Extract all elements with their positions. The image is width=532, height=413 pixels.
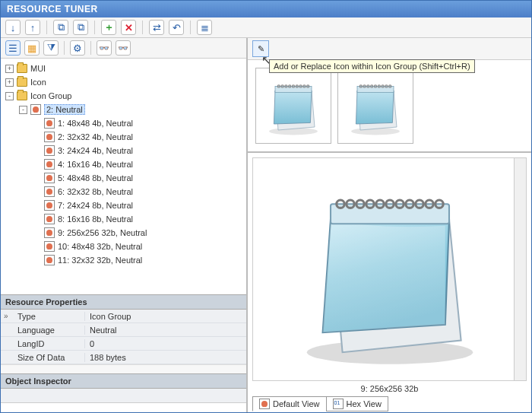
- find-next-button[interactable]: 👓: [116, 40, 131, 56]
- notepad-icon: [291, 170, 489, 368]
- tree-item[interactable]: 2: 32x32 4b, Neutral: [2, 130, 245, 144]
- tree-item-label: 9: 256x256 32b, Neutral: [58, 228, 147, 237]
- view-tabs: Default View Hex View: [248, 396, 531, 413]
- tree-item[interactable]: 11: 32x32 32b, Neutral: [2, 253, 245, 267]
- upload-button[interactable]: ↑: [25, 20, 40, 35]
- tab-default-view[interactable]: Default View: [252, 396, 327, 411]
- tree-item-label: 10: 48x48 32b, Neutral: [58, 242, 142, 251]
- property-key: LangID: [1, 339, 84, 348]
- property-key: Size Of Data: [1, 353, 84, 362]
- property-row: »TypeIcon Group: [1, 310, 246, 323]
- tree-item-label: 6: 32x32 8b, Neutral: [58, 187, 133, 196]
- image-view-button[interactable]: ▦: [24, 40, 40, 56]
- property-row: Size Of Data188 bytes: [1, 351, 246, 364]
- thumbnail[interactable]: [255, 68, 331, 144]
- property-value: Neutral: [84, 326, 246, 335]
- tree-item[interactable]: 1: 48x48 4b, Neutral: [2, 116, 245, 130]
- property-key: Language: [1, 326, 84, 335]
- tree-spacer: [33, 119, 41, 128]
- find-button[interactable]: 👓: [97, 40, 112, 56]
- collapse-icon[interactable]: -: [5, 92, 14, 100]
- tree-item[interactable]: +MUI: [2, 62, 245, 75]
- tree-item-label: Icon: [30, 78, 46, 87]
- tree-spacer: [33, 133, 41, 141]
- tree-item-label: MUI: [30, 64, 46, 73]
- tree-item[interactable]: 3: 24x24 4b, Neutral: [2, 144, 245, 157]
- left-toolbar: ☰ ▦ ⧩ ⚙ 👓 👓: [1, 38, 246, 59]
- list-button[interactable]: ≣: [197, 20, 212, 35]
- tree-item[interactable]: 10: 48x48 32b, Neutral: [2, 240, 245, 253]
- separator: [64, 41, 65, 55]
- tree-item[interactable]: 7: 24x24 8b, Neutral: [2, 199, 245, 212]
- transform-button[interactable]: ⇄: [149, 20, 164, 35]
- tree-item[interactable]: 5: 48x48 8b, Neutral: [2, 171, 245, 185]
- separator: [90, 41, 91, 55]
- resource-icon: [44, 159, 55, 170]
- tree-item-label: 7: 24x24 8b, Neutral: [58, 201, 133, 210]
- separator: [190, 21, 191, 34]
- preview-pane: 9: 256x256 32b Default View Hex View: [248, 153, 531, 413]
- property-row: LanguageNeutral: [1, 323, 246, 337]
- thumbnail[interactable]: [337, 68, 413, 144]
- tree-item-label: 11: 32x32 32b, Neutral: [58, 256, 142, 265]
- tree-item-label: 3: 24x24 4b, Neutral: [58, 146, 133, 155]
- expand-icon[interactable]: +: [5, 65, 14, 73]
- notepad-icon: [345, 75, 406, 136]
- resource-icon: [44, 173, 55, 183]
- thumbnail-strip: [248, 60, 531, 153]
- right-toolbar: ✎ ↖ Add or Replace Icon within Icon Grou…: [248, 38, 531, 60]
- tab-hex-view[interactable]: Hex View: [326, 396, 388, 411]
- resource-tree[interactable]: +MUI+Icon-Icon Group-2: Neutral1: 48x48 …: [1, 59, 246, 294]
- resource-icon: [44, 214, 55, 224]
- tree-spacer: [33, 256, 41, 265]
- expand-icon[interactable]: +: [5, 78, 14, 87]
- preview-image: [252, 157, 527, 381]
- separator: [142, 21, 143, 34]
- resource-icon: [30, 104, 41, 115]
- tree-spacer: [33, 229, 41, 237]
- copy-button[interactable]: ⧉: [53, 20, 68, 35]
- add-replace-icon-button[interactable]: ✎: [252, 40, 269, 57]
- add-button[interactable]: ＋: [101, 20, 116, 35]
- folder-icon: [17, 78, 27, 87]
- property-value: 0: [84, 339, 246, 348]
- property-value: Icon Group: [84, 312, 246, 321]
- download-button[interactable]: ↓: [5, 20, 21, 35]
- property-value: 188 bytes: [84, 353, 246, 362]
- tree-spacer: [33, 147, 41, 155]
- separator: [94, 21, 95, 34]
- object-inspector-body: [1, 389, 246, 402]
- tree-spacer: [33, 188, 41, 196]
- main-toolbar: ↓ ↑ ⧉ ⧉ ＋ ✕ ⇄ ↶ ≣: [1, 17, 531, 38]
- tree-item-label: 4: 16x16 4b, Neutral: [58, 160, 133, 169]
- copy2-button[interactable]: ⧉: [73, 20, 88, 35]
- tree-item[interactable]: -Icon Group: [2, 89, 245, 103]
- hex-view-icon: [333, 399, 344, 409]
- status-strip: [1, 402, 246, 413]
- undo-button[interactable]: ↶: [169, 20, 184, 35]
- resource-icon: [44, 241, 55, 252]
- separator: [46, 21, 47, 34]
- resource-properties-header: Resource Properties: [1, 294, 246, 310]
- gap: [1, 364, 246, 373]
- tree-item[interactable]: 4: 16x16 4b, Neutral: [2, 157, 245, 171]
- tree-spacer: [33, 202, 41, 210]
- tree-item-label: 2: 32x32 4b, Neutral: [58, 132, 133, 141]
- resource-icon: [44, 186, 55, 197]
- tree-item[interactable]: 6: 32x32 8b, Neutral: [2, 185, 245, 199]
- vertical-scrollbar[interactable]: [514, 158, 526, 380]
- collapse-icon[interactable]: -: [19, 106, 27, 114]
- settings-button[interactable]: ⚙: [70, 40, 85, 56]
- resource-icon: [44, 200, 55, 211]
- resource-icon: [44, 132, 55, 142]
- filter-button[interactable]: ⧩: [43, 40, 59, 56]
- tree-item[interactable]: 8: 16x16 8b, Neutral: [2, 212, 245, 226]
- tree-item[interactable]: -2: Neutral: [2, 103, 245, 116]
- tree-item[interactable]: 9: 256x256 32b, Neutral: [2, 226, 245, 240]
- remove-button[interactable]: ✕: [121, 20, 136, 35]
- property-key: Type: [1, 312, 84, 321]
- tree-item[interactable]: +Icon: [2, 75, 245, 89]
- tree-view-button[interactable]: ☰: [5, 40, 21, 56]
- tree-spacer: [33, 160, 41, 169]
- tree-item-label: 8: 16x16 8b, Neutral: [58, 214, 133, 224]
